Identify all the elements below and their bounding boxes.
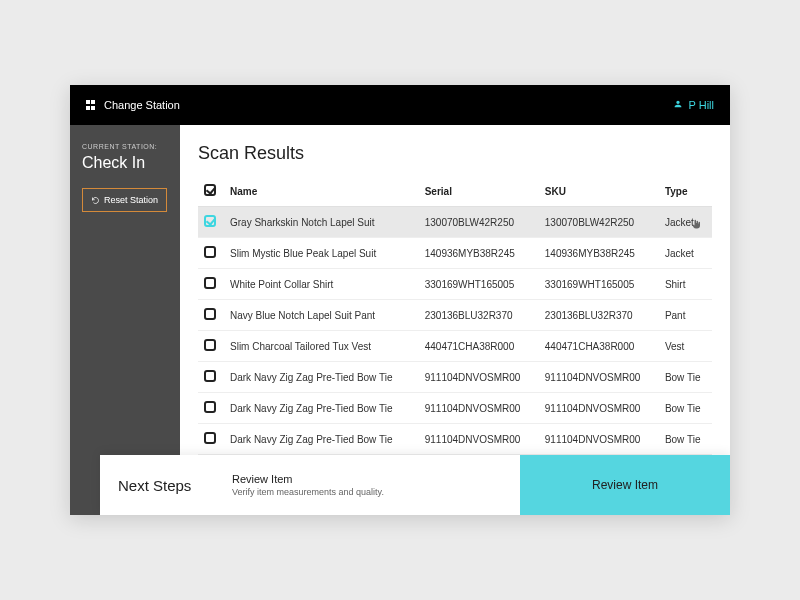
table-row[interactable]: Slim Charcoal Tailored Tux Vest440471CHA… [198, 331, 712, 362]
cell-serial: 230136BLU32R370 [419, 300, 539, 331]
cell-type: Pant [659, 300, 712, 331]
station-name: Check In [82, 154, 168, 172]
col-type: Type [659, 176, 712, 207]
user-menu[interactable]: P Hill [673, 99, 714, 111]
cell-name: Slim Charcoal Tailored Tux Vest [224, 331, 419, 362]
cell-type: Bow Tie [659, 362, 712, 393]
col-serial: Serial [419, 176, 539, 207]
cell-serial: 911104DNVOSMR00 [419, 424, 539, 455]
next-step-desc: Verify item measurements and quality. [232, 487, 508, 497]
reset-station-label: Reset Station [104, 195, 158, 205]
cell-serial: 911104DNVOSMR00 [419, 362, 539, 393]
table-header-row: Name Serial SKU Type [198, 176, 712, 207]
cell-name: Slim Mystic Blue Peak Lapel Suit [224, 238, 419, 269]
cell-sku: 440471CHA38R000 [539, 331, 659, 362]
row-checkbox[interactable] [204, 277, 216, 289]
cell-type: Shirt [659, 269, 712, 300]
cell-sku: 140936MYB38R245 [539, 238, 659, 269]
col-sku: SKU [539, 176, 659, 207]
review-item-label: Review Item [592, 478, 658, 492]
review-item-button[interactable]: Review Item [520, 455, 730, 515]
cell-sku: 911104DNVOSMR00 [539, 362, 659, 393]
cell-type: Bow Tie [659, 393, 712, 424]
table-row[interactable]: Dark Navy Zig Zag Pre-Tied Bow Tie911104… [198, 424, 712, 455]
next-steps-title: Next Steps [100, 455, 220, 515]
grid-icon [86, 100, 96, 110]
table-row[interactable]: Navy Blue Notch Lapel Suit Pant230136BLU… [198, 300, 712, 331]
app-window: Change Station P Hill CURRENT STATION: C… [70, 85, 730, 515]
cell-type: Jacket [659, 207, 712, 238]
cell-sku: 911104DNVOSMR00 [539, 424, 659, 455]
change-station-label: Change Station [104, 99, 180, 111]
next-steps-bar: Next Steps Review Item Verify item measu… [100, 455, 730, 515]
cell-type: Vest [659, 331, 712, 362]
current-station-label: CURRENT STATION: [82, 143, 168, 150]
refresh-icon [91, 196, 100, 205]
cursor-icon [690, 217, 702, 231]
cell-serial: 440471CHA38R000 [419, 331, 539, 362]
cell-name: Dark Navy Zig Zag Pre-Tied Bow Tie [224, 424, 419, 455]
results-table: Name Serial SKU Type Gray Sharkskin Notc… [198, 176, 712, 486]
table-row[interactable]: Dark Navy Zig Zag Pre-Tied Bow Tie911104… [198, 362, 712, 393]
cell-sku: 911104DNVOSMR00 [539, 393, 659, 424]
cell-serial: 140936MYB38R245 [419, 238, 539, 269]
header-checkbox-cell[interactable] [198, 176, 224, 207]
page-title: Scan Results [198, 143, 712, 164]
cell-name: Navy Blue Notch Lapel Suit Pant [224, 300, 419, 331]
cell-serial: 330169WHT165005 [419, 269, 539, 300]
change-station-button[interactable]: Change Station [86, 99, 180, 111]
row-checkbox[interactable] [204, 432, 216, 444]
table-row[interactable]: Slim Mystic Blue Peak Lapel Suit140936MY… [198, 238, 712, 269]
next-steps-body: Review Item Verify item measurements and… [220, 455, 520, 515]
topbar: Change Station P Hill [70, 85, 730, 125]
user-name: P Hill [689, 99, 714, 111]
row-checkbox[interactable] [204, 308, 216, 320]
cell-name: Dark Navy Zig Zag Pre-Tied Bow Tie [224, 362, 419, 393]
table-row[interactable]: White Point Collar Shirt330169WHT1650053… [198, 269, 712, 300]
table-row[interactable]: Dark Navy Zig Zag Pre-Tied Bow Tie911104… [198, 393, 712, 424]
cell-sku: 230136BLU32R370 [539, 300, 659, 331]
cell-type: Bow Tie [659, 424, 712, 455]
next-step-title: Review Item [232, 473, 508, 485]
row-checkbox[interactable] [204, 370, 216, 382]
row-checkbox[interactable] [204, 215, 216, 227]
row-checkbox[interactable] [204, 246, 216, 258]
col-name: Name [224, 176, 419, 207]
cell-serial: 911104DNVOSMR00 [419, 393, 539, 424]
check-all-icon [204, 184, 216, 196]
cell-type: Jacket [659, 238, 712, 269]
table-row[interactable]: Gray Sharkskin Notch Lapel Suit130070BLW… [198, 207, 712, 238]
row-checkbox[interactable] [204, 339, 216, 351]
reset-station-button[interactable]: Reset Station [82, 188, 167, 212]
cell-sku: 330169WHT165005 [539, 269, 659, 300]
cell-name: White Point Collar Shirt [224, 269, 419, 300]
cell-serial: 130070BLW42R250 [419, 207, 539, 238]
app-body: CURRENT STATION: Check In Reset Station … [70, 125, 730, 515]
user-icon [673, 99, 683, 111]
row-checkbox[interactable] [204, 401, 216, 413]
cell-sku: 130070BLW42R250 [539, 207, 659, 238]
cell-name: Dark Navy Zig Zag Pre-Tied Bow Tie [224, 393, 419, 424]
cell-name: Gray Sharkskin Notch Lapel Suit [224, 207, 419, 238]
